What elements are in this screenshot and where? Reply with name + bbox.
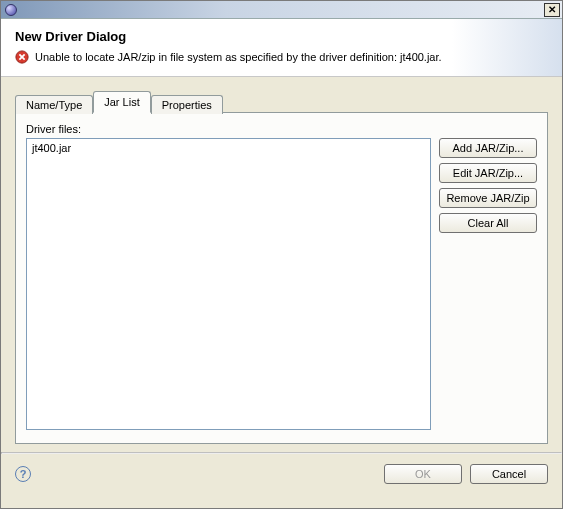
driver-files-label: Driver files: (26, 123, 537, 135)
dialog-title: New Driver Dialog (15, 29, 548, 44)
add-jar-button[interactable]: Add JAR/Zip... (439, 138, 537, 158)
tab-strip: Name/Type Jar List Properties (15, 91, 548, 113)
ok-button[interactable]: OK (384, 464, 462, 484)
dialog-footer: ? OK Cancel (1, 454, 562, 494)
close-button[interactable]: ✕ (544, 3, 560, 17)
clear-all-button[interactable]: Clear All (439, 213, 537, 233)
tab-label: Jar List (104, 96, 139, 108)
dialog-header: New Driver Dialog Unable to locate JAR/z… (1, 19, 562, 77)
tab-panel-jar-list: Driver files: jt400.jar Add JAR/Zip... E… (15, 112, 548, 444)
help-icon: ? (20, 468, 27, 480)
error-message: Unable to locate JAR/zip in file system … (35, 51, 442, 63)
app-icon (5, 4, 17, 16)
tab-label: Name/Type (26, 99, 82, 111)
remove-jar-button[interactable]: Remove JAR/Zip (439, 188, 537, 208)
side-button-group: Add JAR/Zip... Edit JAR/Zip... Remove JA… (439, 138, 537, 233)
list-item-label: jt400.jar (32, 142, 71, 154)
driver-files-list[interactable]: jt400.jar (26, 138, 431, 430)
list-item[interactable]: jt400.jar (29, 141, 428, 155)
tab-properties[interactable]: Properties (151, 95, 223, 114)
tab-name-type[interactable]: Name/Type (15, 95, 93, 114)
tab-label: Properties (162, 99, 212, 111)
error-icon (15, 50, 29, 64)
error-row: Unable to locate JAR/zip in file system … (15, 50, 548, 64)
edit-jar-button[interactable]: Edit JAR/Zip... (439, 163, 537, 183)
cancel-button[interactable]: Cancel (470, 464, 548, 484)
tab-jar-list[interactable]: Jar List (93, 91, 150, 113)
help-button[interactable]: ? (15, 466, 31, 482)
content-area: Name/Type Jar List Properties Driver fil… (1, 77, 562, 452)
close-icon: ✕ (548, 4, 556, 15)
titlebar: ✕ (1, 1, 562, 19)
